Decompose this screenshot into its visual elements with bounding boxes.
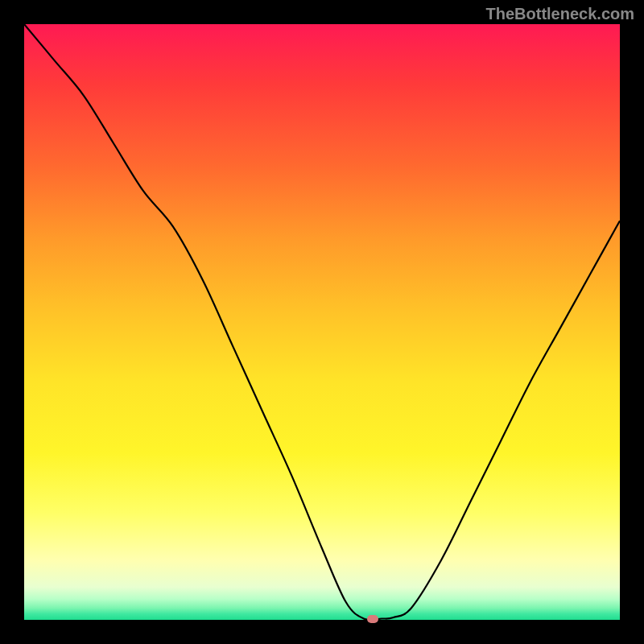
bottleneck-curve	[24, 24, 620, 620]
chart-frame: TheBottleneck.com	[0, 0, 644, 644]
watermark-text: TheBottleneck.com	[486, 5, 634, 23]
plot-area	[24, 24, 620, 620]
minimum-marker	[367, 615, 378, 623]
